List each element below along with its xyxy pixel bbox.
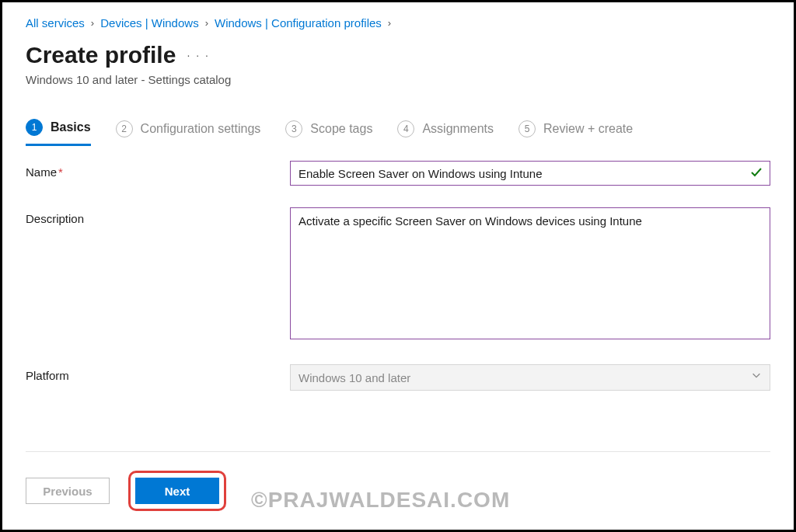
breadcrumb-link[interactable]: Windows | Configuration profiles — [215, 16, 382, 30]
wizard-footer: Previous Next — [26, 451, 770, 530]
step-review-create[interactable]: 5 Review + create — [518, 120, 633, 145]
breadcrumb-link[interactable]: All services — [26, 16, 85, 30]
step-label: Review + create — [543, 122, 633, 136]
previous-button[interactable]: Previous — [26, 478, 110, 504]
check-icon — [750, 165, 763, 181]
step-scope-tags[interactable]: 3 Scope tags — [285, 120, 372, 145]
breadcrumb: All services › Devices | Windows › Windo… — [26, 16, 770, 30]
step-assignments[interactable]: 4 Assignments — [397, 120, 494, 145]
step-number: 2 — [116, 120, 133, 137]
chevron-right-icon: › — [388, 17, 391, 29]
page-title: Create profile — [26, 42, 176, 68]
next-button[interactable]: Next — [135, 478, 219, 504]
platform-value: Windows 10 and later — [298, 371, 410, 384]
page-subtitle: Windows 10 and later - Settings catalog — [26, 73, 770, 86]
description-label: Description — [26, 207, 290, 225]
step-configuration-settings[interactable]: 2 Configuration settings — [116, 120, 261, 145]
required-asterisk: * — [58, 165, 63, 179]
step-label: Assignments — [422, 122, 494, 136]
chevron-down-icon — [751, 370, 762, 383]
step-number: 4 — [397, 120, 414, 137]
chevron-right-icon: › — [205, 17, 208, 29]
name-input[interactable] — [290, 161, 770, 186]
platform-label: Platform — [26, 364, 290, 382]
platform-select: Windows 10 and later — [290, 364, 770, 391]
more-actions-icon[interactable]: · · · — [187, 49, 209, 61]
step-label: Basics — [51, 120, 91, 134]
step-basics[interactable]: 1 Basics — [26, 119, 91, 146]
step-label: Scope tags — [310, 122, 372, 136]
next-button-highlight: Next — [128, 471, 226, 511]
chevron-right-icon: › — [91, 17, 94, 29]
wizard-stepper: 1 Basics 2 Configuration settings 3 Scop… — [26, 119, 770, 147]
step-label: Configuration settings — [141, 122, 261, 136]
description-textarea[interactable] — [290, 207, 770, 339]
breadcrumb-link[interactable]: Devices | Windows — [100, 16, 198, 30]
basics-form: Name* Description Platform Windows 10 an… — [26, 161, 770, 412]
name-label: Name* — [26, 161, 290, 179]
step-number: 5 — [518, 120, 536, 137]
step-number: 1 — [26, 119, 43, 136]
step-number: 3 — [285, 120, 302, 137]
